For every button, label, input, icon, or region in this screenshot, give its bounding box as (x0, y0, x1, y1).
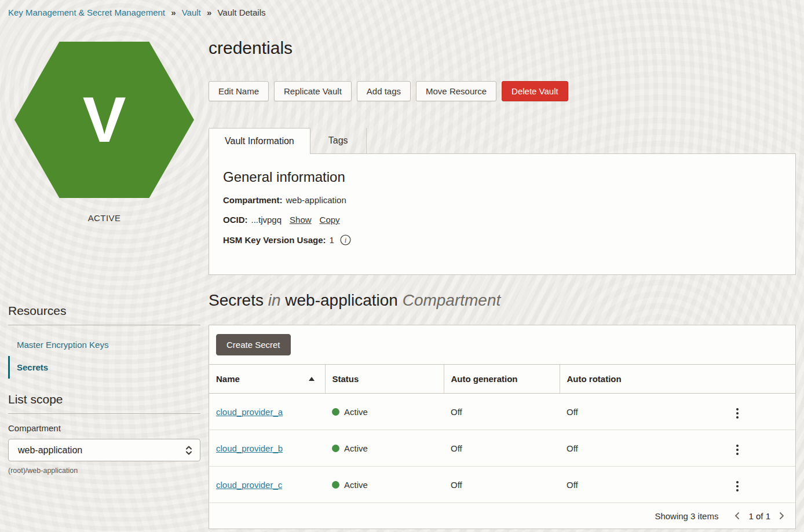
tab-bar: Vault Information Tags (209, 128, 796, 153)
breadcrumb-link-vault[interactable]: Vault (182, 8, 201, 17)
secrets-toolbar: Create Secret (209, 325, 795, 364)
auto-rotation-value: Off (560, 430, 726, 467)
svg-text:i: i (345, 236, 347, 244)
row-actions-kebab-icon[interactable] (730, 406, 744, 421)
ocid-field-value: ...tjvpgq (251, 215, 282, 225)
table-row: cloud_provider_b Active Off Off (209, 430, 795, 467)
auto-generation-value: Off (444, 394, 560, 430)
auto-rotation-value: Off (560, 394, 726, 430)
compartment-row: Compartment: web-application (223, 195, 781, 205)
breadcrumb-link-key-management[interactable]: Key Management & Secret Management (8, 8, 165, 17)
page-indicator: 1 of 1 (748, 511, 770, 521)
info-icon[interactable]: i (340, 234, 351, 245)
action-button-row: Edit Name Replicate Vault Add tags Move … (209, 81, 796, 101)
compartment-field-label: Compartment: (223, 195, 283, 205)
ocid-copy-link[interactable]: Copy (320, 215, 340, 225)
secrets-heading-word: Secrets (209, 291, 264, 309)
create-secret-button[interactable]: Create Secret (216, 334, 291, 355)
secrets-heading-compartment-name: web-application (285, 291, 398, 309)
vault-status-label: ACTIVE (8, 213, 200, 223)
column-header-auto-generation[interactable]: Auto generation (444, 365, 560, 394)
replicate-vault-button[interactable]: Replicate Vault (274, 81, 352, 101)
secrets-table: Name Status Auto generation Auto rotatio… (209, 364, 795, 502)
breadcrumb-separator-icon: » (207, 8, 211, 17)
secrets-heading-compartment-word: Compartment (403, 291, 501, 309)
edit-name-button[interactable]: Edit Name (209, 81, 269, 101)
auto-generation-value: Off (444, 467, 560, 503)
secret-link-cloud-provider-b[interactable]: cloud_provider_b (216, 443, 283, 453)
table-row: cloud_provider_a Active Off Off (209, 394, 795, 430)
hsm-usage-row: HSM Key Version Usage: 1 i (223, 234, 781, 245)
ocid-field-label: OCID: (223, 215, 248, 225)
page-title: credentials (209, 38, 796, 58)
active-status-dot-icon (332, 445, 339, 452)
hsm-usage-label: HSM Key Version Usage: (223, 235, 326, 245)
sort-ascending-icon (309, 377, 315, 381)
move-resource-button[interactable]: Move Resource (416, 81, 496, 101)
row-actions-kebab-icon[interactable] (730, 479, 744, 494)
compartment-path: (root)/web-application (8, 467, 200, 475)
ocid-show-link[interactable]: Show (290, 215, 312, 225)
items-summary: Showing 3 items (655, 511, 718, 521)
table-footer: Showing 3 items 1 of 1 (209, 502, 795, 529)
tab-tags[interactable]: Tags (310, 128, 367, 153)
compartment-select[interactable]: web-application (8, 439, 200, 461)
breadcrumb-separator-icon: » (171, 8, 176, 17)
secrets-heading-in: in (268, 291, 281, 309)
select-updown-chevron-icon (185, 445, 193, 456)
compartment-label: Compartment (8, 423, 200, 433)
divider (8, 413, 200, 414)
breadcrumb-current: Vault Details (217, 8, 265, 17)
breadcrumb: Key Management & Secret Management » Vau… (0, 0, 804, 17)
ocid-row: OCID: ...tjvpgq Show Copy (223, 215, 781, 225)
compartment-field-value: web-application (286, 195, 346, 205)
active-status-dot-icon (332, 408, 339, 416)
vault-information-panel: General information Compartment: web-app… (209, 153, 796, 275)
hsm-usage-value: 1 (330, 235, 334, 245)
secrets-section-heading: Secrets in web-application Compartment (209, 291, 796, 310)
active-status-dot-icon (332, 481, 339, 489)
vault-hexagon-icon: V (14, 42, 194, 198)
sidebar-item-secrets[interactable]: Secrets (8, 356, 200, 379)
column-header-name[interactable]: Name (209, 365, 325, 394)
auto-generation-value: Off (444, 430, 560, 467)
compartment-select-value: web-application (18, 445, 82, 456)
status-text: Active (344, 443, 368, 453)
tab-vault-information[interactable]: Vault Information (209, 128, 310, 154)
next-page-chevron-icon[interactable] (777, 511, 786, 521)
previous-page-chevron-icon[interactable] (733, 511, 742, 521)
auto-rotation-value: Off (560, 467, 726, 503)
secrets-card: Create Secret Name Status (209, 325, 796, 529)
row-actions-kebab-icon[interactable] (730, 442, 744, 457)
status-text: Active (344, 480, 368, 490)
sidebar-item-master-encryption-keys[interactable]: Master Encryption Keys (8, 333, 200, 356)
table-row: cloud_provider_c Active Off Off (209, 467, 795, 503)
main-content: credentials Edit Name Replicate Vault Ad… (209, 17, 796, 529)
list-scope-heading: List scope (8, 392, 200, 406)
secret-link-cloud-provider-a[interactable]: cloud_provider_a (216, 407, 283, 417)
resources-heading: Resources (8, 304, 200, 318)
status-text: Active (344, 407, 368, 417)
add-tags-button[interactable]: Add tags (357, 81, 411, 101)
sidebar: V ACTIVE Resources Master Encryption Key… (8, 17, 200, 529)
vault-initial: V (83, 87, 126, 152)
general-information-heading: General information (223, 169, 781, 185)
delete-vault-button[interactable]: Delete Vault (502, 81, 568, 101)
secret-link-cloud-provider-c[interactable]: cloud_provider_c (216, 480, 282, 490)
column-header-auto-rotation[interactable]: Auto rotation (560, 365, 795, 394)
column-header-name-label: Name (216, 374, 240, 384)
column-header-status[interactable]: Status (325, 365, 444, 394)
divider (8, 325, 200, 325)
